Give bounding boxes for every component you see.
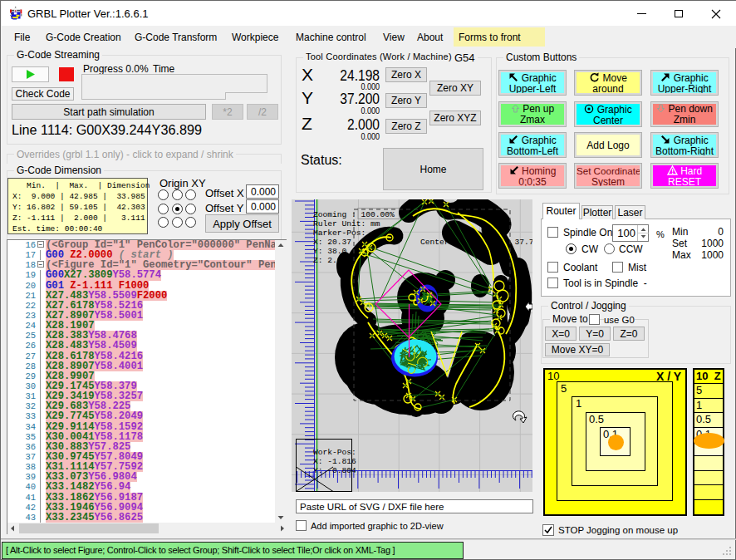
svg-text:Work-Pos:: Work-Pos: bbox=[313, 448, 356, 457]
svg-text:Y: -0.804: Y: -0.804 bbox=[313, 466, 356, 475]
svg-text:X: 20.37: X: 20.37 bbox=[313, 238, 351, 247]
svg-text:Marker-Pos:: Marker-Pos: bbox=[313, 228, 366, 238]
svg-text:Ruler Unit: mm: Ruler Unit: mm bbox=[313, 219, 380, 228]
svg-text:X: -1.816: X: -1.816 bbox=[313, 457, 356, 466]
